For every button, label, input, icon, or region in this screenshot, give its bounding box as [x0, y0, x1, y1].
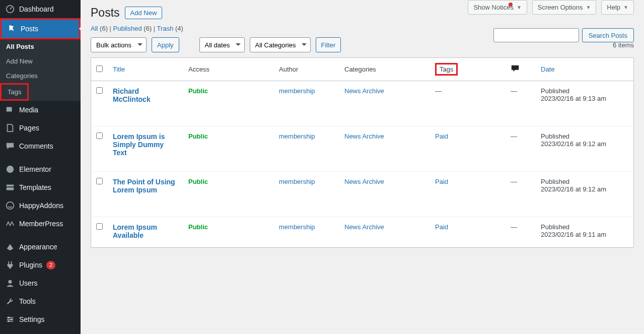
- pin-icon: [7, 24, 17, 34]
- separator: |: [110, 25, 113, 32]
- column-date[interactable]: Date: [541, 65, 554, 73]
- cell-category-link[interactable]: News Archive: [344, 223, 384, 231]
- post-title-link[interactable]: Lorem Ipsum Available: [113, 223, 157, 239]
- cell-tags: —: [435, 87, 442, 95]
- categories-select[interactable]: All Categories: [250, 37, 311, 52]
- cell-author-link[interactable]: membership: [279, 223, 315, 231]
- sidebar-label: Users: [19, 279, 38, 287]
- svg-point-1: [7, 166, 14, 173]
- happyaddons-icon: [5, 201, 15, 211]
- filter-all[interactable]: All: [91, 25, 98, 32]
- cell-access: Public: [188, 87, 208, 95]
- filter-trash-count: (4): [175, 25, 183, 32]
- svg-point-7: [8, 317, 10, 319]
- sidebar-item-happyaddons[interactable]: HappyAddons: [0, 196, 81, 215]
- column-title[interactable]: Title: [113, 65, 125, 73]
- sidebar-item-appearance[interactable]: Appearance: [0, 238, 81, 256]
- submenu-add-new[interactable]: Add New: [0, 54, 81, 69]
- posts-submenu: All Posts Add New Categories Tags: [0, 39, 81, 101]
- cell-author-link[interactable]: membership: [279, 178, 315, 185]
- cell-author-link[interactable]: membership: [279, 87, 315, 95]
- submenu-all-posts[interactable]: All Posts: [0, 39, 81, 54]
- cell-date-state: Published: [541, 223, 569, 231]
- screen-options-button[interactable]: Screen Options ▼: [532, 0, 597, 15]
- column-author: Author: [274, 58, 339, 81]
- cell-tags-link[interactable]: Paid: [435, 132, 448, 140]
- chevron-down-icon: ▼: [517, 5, 522, 10]
- column-categories: Categories: [339, 58, 430, 81]
- post-title-link[interactable]: Richard McClintock: [113, 87, 151, 103]
- filter-published[interactable]: Published: [113, 25, 142, 32]
- plugins-icon: [5, 260, 15, 270]
- sidebar-label: Posts: [21, 25, 38, 33]
- sidebar-item-media[interactable]: Media: [0, 101, 81, 119]
- sidebar-item-dashboard[interactable]: Dashboard: [0, 0, 81, 18]
- bulk-actions-select[interactable]: Bulk actions: [91, 37, 147, 52]
- cell-date-value: 2023/02/16 at 9:12 am: [541, 185, 606, 193]
- search-posts-button[interactable]: Search Posts: [582, 28, 634, 42]
- sidebar-item-plugins[interactable]: Plugins 2: [0, 256, 81, 274]
- row-checkbox[interactable]: [96, 87, 103, 94]
- row-checkbox[interactable]: [96, 132, 103, 139]
- chevron-down-icon: ▼: [586, 5, 591, 10]
- add-new-button[interactable]: Add New: [125, 7, 163, 19]
- settings-icon: [5, 314, 15, 324]
- sidebar-item-templates[interactable]: Templates: [0, 178, 81, 196]
- sidebar-item-posts[interactable]: Posts: [0, 18, 81, 39]
- cell-comments: —: [511, 178, 517, 185]
- sidebar-item-memberpress[interactable]: MemberPress: [0, 215, 81, 233]
- post-title-link[interactable]: Lorem Ipsum is Simply Dummy Text: [113, 132, 165, 157]
- sidebar-item-elementor[interactable]: Elementor: [0, 160, 81, 178]
- show-notices-button[interactable]: Show Notices ▼: [468, 0, 527, 15]
- filter-trash[interactable]: Trash: [157, 25, 174, 32]
- cell-date-value: 2023/02/16 at 9:13 am: [541, 95, 606, 102]
- cell-comments: —: [511, 87, 517, 95]
- column-tags: Tags: [435, 63, 458, 76]
- cell-date-value: 2023/02/16 at 9:12 am: [541, 140, 606, 148]
- appearance-icon: [5, 242, 15, 252]
- sidebar-item-tools[interactable]: Tools: [0, 292, 81, 310]
- cell-date-state: Published: [541, 87, 569, 95]
- cell-tags-link[interactable]: Paid: [435, 178, 448, 185]
- apply-button[interactable]: Apply: [152, 37, 179, 52]
- cell-tags-link[interactable]: Paid: [435, 223, 448, 231]
- post-title-link[interactable]: The Point of Using Lorem Ipsum: [113, 178, 175, 194]
- help-label: Help: [607, 4, 620, 11]
- cell-category-link[interactable]: News Archive: [344, 87, 384, 95]
- row-checkbox[interactable]: [96, 178, 103, 184]
- sidebar-item-users[interactable]: Users: [0, 274, 81, 292]
- cell-access: Public: [188, 223, 208, 231]
- sidebar-label: Settings: [19, 315, 45, 323]
- submenu-tags[interactable]: Tags: [0, 83, 29, 101]
- search-input[interactable]: [493, 28, 579, 42]
- sidebar-label: Appearance: [19, 243, 57, 251]
- pages-icon: [5, 123, 15, 133]
- cell-date-state: Published: [541, 132, 569, 140]
- cell-comments: —: [511, 223, 517, 231]
- admin-sidebar: Dashboard Posts All Posts Add New Catego…: [0, 0, 81, 334]
- dates-select[interactable]: All dates: [199, 37, 245, 52]
- select-all-checkbox[interactable]: [96, 65, 103, 72]
- cell-access: Public: [188, 178, 208, 185]
- cell-date-state: Published: [541, 178, 569, 185]
- cell-category-link[interactable]: News Archive: [344, 132, 384, 140]
- column-comments[interactable]: [506, 58, 536, 81]
- screen-options-label: Screen Options: [538, 4, 583, 11]
- sidebar-item-settings[interactable]: Settings: [0, 310, 81, 328]
- cell-author-link[interactable]: membership: [279, 132, 315, 140]
- help-button[interactable]: Help ▼: [601, 0, 634, 15]
- filter-button[interactable]: Filter: [316, 37, 341, 52]
- plugins-badge: 2: [46, 261, 55, 270]
- cell-category-link[interactable]: News Archive: [344, 178, 384, 185]
- templates-icon: [5, 182, 15, 192]
- svg-point-3: [8, 280, 12, 284]
- posts-table: Title Access Author Categories Tags Date…: [91, 57, 634, 248]
- main-content: Show Notices ▼ Screen Options ▼ Help ▼ P…: [81, 0, 644, 334]
- submenu-categories[interactable]: Categories: [0, 69, 81, 83]
- row-checkbox[interactable]: [96, 223, 103, 230]
- sidebar-label: Tools: [19, 297, 36, 305]
- table-row: Richard McClintockPublicmembershipNews A…: [91, 81, 633, 126]
- cell-date-value: 2023/02/16 at 9:11 am: [541, 231, 606, 238]
- sidebar-item-comments[interactable]: Comments: [0, 137, 81, 155]
- sidebar-item-pages[interactable]: Pages: [0, 119, 81, 137]
